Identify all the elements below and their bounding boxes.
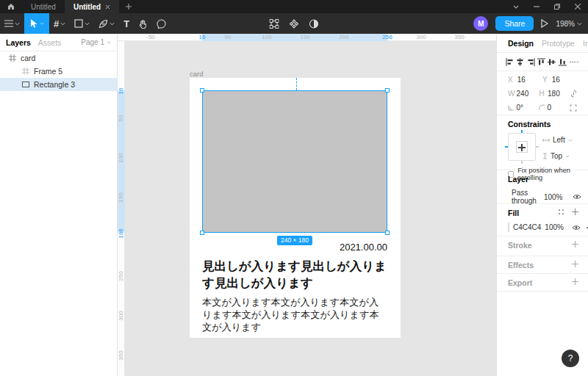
ruler-tick: 250 [118, 267, 125, 286]
blend-mode-select[interactable]: Pass through [512, 189, 537, 205]
tab-layers[interactable]: Layers [6, 38, 31, 47]
frame-tool-icon: # [54, 18, 59, 29]
vertical-constraint-select[interactable]: Top [542, 152, 570, 160]
add-stroke-icon[interactable] [572, 241, 578, 247]
constraint-tick-bottom [521, 161, 523, 164]
tab-inspect[interactable]: Inspect [583, 39, 588, 48]
horizontal-constraint-value: Left [553, 136, 565, 144]
x-input[interactable]: 16 [517, 76, 542, 84]
create-component-icon[interactable] [290, 19, 299, 29]
restore-button[interactable] [547, 0, 567, 13]
corner-radius-input[interactable]: 0 [547, 104, 570, 112]
add-fill-icon[interactable] [572, 209, 578, 215]
hand-tool-button[interactable] [134, 13, 152, 34]
tab-assets[interactable]: Assets [38, 38, 62, 47]
add-effect-icon[interactable] [572, 261, 578, 267]
vertical-ruler[interactable]: 16 50 100 150 196 250 300 350 [118, 41, 125, 376]
close-tab-icon[interactable] [105, 4, 110, 10]
constraints-widget[interactable] [508, 133, 536, 161]
layer-name: Frame 5 [34, 67, 62, 76]
constraint-cross [521, 144, 523, 151]
share-button[interactable]: Share [495, 16, 534, 31]
ruler-tick: 196 [118, 224, 125, 243]
pen-tool-button[interactable] [94, 13, 119, 34]
tidy-up-icon[interactable] [569, 58, 579, 66]
width-input[interactable]: 240 [517, 90, 539, 98]
frame-tool-button[interactable]: # [49, 13, 70, 34]
align-vertical-center-icon[interactable] [548, 58, 556, 66]
tab-untitled-2[interactable]: Untitled [65, 0, 119, 13]
pen-tool-icon [98, 19, 108, 29]
page-selector[interactable]: Page 1 [81, 38, 111, 46]
move-tool-button[interactable] [24, 13, 49, 34]
constraint-tick-right [536, 146, 539, 148]
new-tab-button[interactable] [119, 0, 138, 13]
card-headline-text[interactable]: 見出しが入ります見出しが入ります見出しが入ります [202, 258, 388, 292]
rectangle-3-shape[interactable] [202, 90, 387, 233]
home-button[interactable] [0, 0, 22, 13]
chevron-down-icon [513, 5, 519, 9]
fill-opacity-input[interactable]: 100% [545, 223, 564, 231]
chevron-down-icon [85, 22, 90, 26]
rectangle-tool-icon [74, 19, 83, 28]
ruler-tick: 16 [118, 82, 125, 101]
canvas[interactable]: -50 16 50 100 150 200 256 300 350 16 50 … [118, 34, 496, 376]
rotation-input[interactable]: 0° [516, 104, 539, 112]
comment-tool-button[interactable] [152, 13, 171, 34]
card-date-text[interactable]: 2021.00.00 [340, 242, 387, 253]
help-button[interactable]: ? [562, 350, 579, 367]
eye-icon[interactable] [573, 194, 581, 200]
align-bottom-icon[interactable] [559, 58, 567, 66]
edit-object-icon[interactable] [270, 19, 279, 29]
layer-row-frame-5[interactable]: Frame 5 [0, 65, 117, 78]
layer-row-card[interactable]: card [0, 51, 117, 65]
fill-color-swatch[interactable] [508, 223, 509, 232]
eye-icon[interactable] [572, 225, 581, 231]
tab-design[interactable]: Design [508, 39, 534, 48]
card-frame[interactable]: 240 × 180 2021.00.00 見出しが入ります見出しが入ります見出し… [190, 78, 401, 338]
height-input[interactable]: 180 [548, 90, 570, 98]
shape-tool-button[interactable] [70, 13, 94, 34]
window-menu-button[interactable] [506, 0, 526, 13]
ruler-tick: 350 [118, 346, 125, 365]
constraints-title: Constraints [508, 120, 551, 129]
use-as-mask-icon[interactable] [309, 19, 319, 29]
zoom-level-select[interactable]: 198% [556, 20, 582, 28]
ruler-tick: -50 [146, 34, 155, 41]
independent-corners-icon[interactable] [570, 104, 577, 112]
card-body-text[interactable]: 本文が入ります本文が入ります本文が入ります本文が入ります本文が入ります本文が入り… [202, 296, 388, 333]
chevron-down-icon [565, 155, 570, 158]
resize-handle-top-left[interactable] [200, 88, 204, 93]
layer-opacity-input[interactable]: 100% [544, 193, 563, 201]
main-menu-button[interactable] [0, 13, 24, 34]
figma-app: Untitled Untitled # [0, 0, 588, 376]
present-icon[interactable] [541, 19, 548, 28]
align-horizontal-center-icon[interactable] [516, 58, 524, 66]
frame-icon [22, 68, 29, 75]
close-window-button[interactable] [567, 0, 588, 13]
horizontal-constraint-select[interactable]: Left [542, 136, 573, 144]
resize-handle-bottom-left[interactable] [200, 231, 204, 235]
resize-handle-top-right[interactable] [385, 88, 390, 93]
layer-section: Layer Pass through 100% [497, 170, 588, 204]
corner-radius-icon [539, 104, 545, 111]
fill-hex-input[interactable]: C4C4C4 [513, 223, 541, 231]
horizontal-ruler[interactable]: -50 16 50 100 150 200 256 300 350 [118, 34, 496, 41]
text-tool-button[interactable]: T [119, 13, 134, 34]
constrain-proportions-icon[interactable] [570, 90, 577, 98]
minimize-button[interactable] [526, 0, 547, 13]
tab-untitled-1[interactable]: Untitled [22, 0, 65, 13]
tab-prototype[interactable]: Prototype [542, 39, 575, 48]
resize-handle-bottom-right[interactable] [385, 231, 390, 235]
layer-row-rectangle-3[interactable]: Rectangle 3 [0, 78, 117, 91]
rotation-icon [508, 104, 514, 111]
align-top-icon[interactable] [537, 58, 545, 66]
y-input[interactable]: 16 [552, 76, 577, 84]
add-export-icon[interactable] [572, 278, 578, 285]
align-left-icon[interactable] [506, 58, 514, 66]
styles-icon[interactable] [558, 209, 564, 215]
frame-title-card[interactable]: card [190, 70, 203, 78]
align-right-icon[interactable] [527, 58, 535, 66]
avatar[interactable]: M [473, 16, 488, 31]
ruler-tick: 200 [339, 34, 348, 41]
